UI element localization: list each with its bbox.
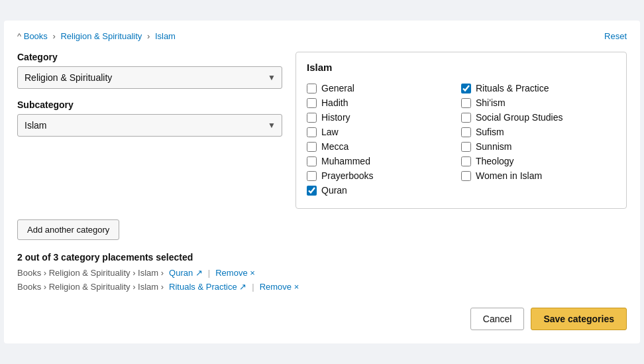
summary-count: 2 out of 3 category placements selected: [17, 252, 627, 263]
label-history[interactable]: History: [321, 112, 350, 123]
breadcrumb-current: Islam: [155, 31, 176, 41]
label-sufism[interactable]: Sufism: [476, 127, 504, 137]
list-item: Sunnism: [461, 139, 616, 154]
category-select-wrapper: Religion & Spirituality ▼: [17, 66, 282, 89]
list-item: General: [307, 81, 461, 95]
label-muhammed[interactable]: Muhammed: [321, 156, 370, 166]
placement-link-quran[interactable]: Quran ↗: [169, 268, 203, 278]
label-rituals[interactable]: Rituals & Practice: [476, 83, 549, 93]
category-select[interactable]: Religion & Spirituality: [17, 66, 282, 89]
checkbox-col-2: Rituals & Practice Shi'ism Social Group …: [461, 81, 616, 198]
list-item: Hadith: [307, 95, 461, 110]
subcategory-select-wrapper: Islam ▼: [17, 114, 282, 137]
label-hadith[interactable]: Hadith: [321, 97, 348, 108]
remove-quran-button[interactable]: Remove ×: [215, 268, 255, 278]
list-item: Social Group Studies: [461, 110, 616, 125]
label-general[interactable]: General: [321, 83, 354, 93]
checkbox-history[interactable]: [307, 113, 317, 123]
list-item: Books › Religion & Spirituality › Islam …: [17, 268, 627, 278]
checkbox-shiism[interactable]: [461, 98, 471, 108]
label-law[interactable]: Law: [321, 127, 339, 137]
add-category-button[interactable]: Add another category: [17, 219, 119, 240]
checkbox-sunnism[interactable]: [461, 142, 471, 152]
list-item: Rituals & Practice: [461, 81, 616, 95]
label-quran[interactable]: Quran: [321, 185, 347, 196]
list-item: Quran: [307, 183, 461, 198]
checkbox-col-1: General Hadith History Law: [307, 81, 461, 198]
label-sunnism[interactable]: Sunnism: [476, 141, 511, 152]
reset-link[interactable]: Reset: [604, 31, 627, 41]
checkbox-sufism[interactable]: [461, 127, 471, 137]
label-shiism[interactable]: Shi'ism: [476, 97, 506, 108]
subcategory-select[interactable]: Islam: [17, 114, 282, 137]
checkbox-hadith[interactable]: [307, 98, 317, 108]
placement-box: Islam General Hadith: [295, 52, 627, 209]
placement-title: Islam: [307, 62, 616, 73]
remove-rituals-button[interactable]: Remove ×: [260, 282, 299, 292]
checkbox-muhammed[interactable]: [307, 156, 317, 166]
checkbox-law[interactable]: [307, 127, 317, 137]
list-item: Prayerbooks: [307, 168, 461, 183]
label-socialgroup[interactable]: Social Group Studies: [476, 112, 563, 123]
list-item: Mecca: [307, 139, 461, 154]
list-item: History: [307, 110, 461, 125]
list-item: Muhammed: [307, 154, 461, 168]
category-label: Category: [17, 52, 282, 62]
checkbox-women[interactable]: [461, 171, 471, 181]
bottom-buttons: Cancel Save categories: [17, 308, 627, 330]
checkbox-grid: General Hadith History Law: [307, 81, 616, 198]
cancel-button[interactable]: Cancel: [470, 308, 525, 330]
checkbox-quran[interactable]: [307, 186, 317, 196]
caret-icon: ^: [17, 31, 24, 41]
list-item: Women in Islam: [461, 168, 616, 183]
checkbox-mecca[interactable]: [307, 142, 317, 152]
checkbox-theology[interactable]: [461, 156, 471, 166]
list-item: Shi'ism: [461, 95, 616, 110]
placement-path-1: Books › Religion & Spirituality › Islam …: [17, 268, 164, 278]
subcategory-label: Subcategory: [17, 99, 282, 110]
save-categories-button[interactable]: Save categories: [531, 308, 627, 330]
list-item: Law: [307, 125, 461, 139]
list-item: Theology: [461, 154, 616, 168]
list-item: Books › Religion & Spirituality › Islam …: [17, 282, 627, 292]
placement-path-2: Books › Religion & Spirituality › Islam …: [17, 282, 164, 292]
checkbox-general[interactable]: [307, 84, 317, 93]
checkbox-prayerbooks[interactable]: [307, 171, 317, 181]
label-prayerbooks[interactable]: Prayerbooks: [321, 170, 374, 181]
label-women[interactable]: Women in Islam: [476, 170, 542, 181]
breadcrumb: ^ Books › Religion & Spirituality › Isla…: [17, 31, 176, 41]
breadcrumb-books[interactable]: Books: [24, 31, 48, 41]
checkbox-rituals[interactable]: [461, 84, 471, 93]
label-mecca[interactable]: Mecca: [321, 141, 349, 152]
summary-section: 2 out of 3 category placements selected …: [17, 252, 627, 292]
placement-link-rituals[interactable]: Rituals & Practice ↗: [169, 282, 246, 292]
list-item: Sufism: [461, 125, 616, 139]
label-theology[interactable]: Theology: [476, 156, 514, 166]
checkbox-socialgroup[interactable]: [461, 113, 471, 123]
breadcrumb-religion[interactable]: Religion & Spirituality: [60, 31, 142, 41]
